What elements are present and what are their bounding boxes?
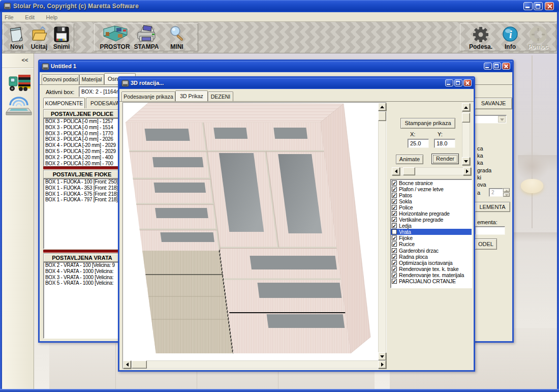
list-item[interactable]: BOX 5 - VRATA - 1000 [Velicina:: [44, 280, 120, 286]
checkbox[interactable]: ✓: [392, 180, 397, 186]
rotation-hscrollbar[interactable]: [392, 167, 471, 175]
tab-3d-prikaz[interactable]: 3D Prikaz: [175, 91, 208, 101]
option-row[interactable]: ✓Horizontalne pregrade: [391, 210, 472, 217]
menu-edit[interactable]: Edit: [20, 13, 39, 20]
checkbox[interactable]: ✓: [392, 279, 397, 284]
spinner-buttons[interactable]: [503, 188, 510, 197]
stampa-button[interactable]: STAMPA: [132, 25, 161, 51]
checkbox[interactable]: ✓: [392, 205, 397, 210]
list-item[interactable]: BOX 1 - FIJOKA - 575 [Front: 218]: [44, 191, 120, 197]
model-button[interactable]: ODEL: [475, 238, 497, 250]
animate-button[interactable]: Animate: [396, 155, 423, 164]
y-field[interactable]: 18.0: [434, 139, 455, 148]
view-vscrollbar[interactable]: [378, 103, 386, 360]
print-view-button[interactable]: Stampanje prikaza: [400, 118, 455, 129]
list-item[interactable]: BOX 3 - POLICA [-0 mm] - 1770: [44, 131, 120, 137]
list-item[interactable]: BOX 3 - VRATA - 1000 [Velicina:: [44, 275, 120, 281]
option-row[interactable]: ✓PARCIJALNO CRTANJE: [391, 278, 472, 284]
help-button[interactable]: Pomoc: [523, 25, 553, 51]
list-item[interactable]: BOX 3 - POLICA [-0 mm] - 2026: [44, 136, 120, 142]
dlg-minimize-button[interactable]: [445, 79, 453, 86]
list-item[interactable]: BOX 4 - POLICA [-20 mm] - 2029: [44, 142, 120, 148]
option-row[interactable]: ✓Sokla: [391, 198, 472, 204]
minimize-button[interactable]: [523, 2, 533, 10]
render-button[interactable]: Render: [431, 154, 459, 164]
menu-file[interactable]: File: [0, 13, 18, 20]
view-hscrollbar[interactable]: [123, 360, 386, 369]
checkbox[interactable]: ✓: [392, 273, 397, 278]
panel-vscrollbar[interactable]: [462, 103, 470, 165]
sidebar-collapse-button[interactable]: <<: [19, 57, 30, 63]
checkbox[interactable]: [392, 229, 397, 234]
dlg-close-button[interactable]: [463, 79, 472, 86]
doc-maximize-button[interactable]: [493, 63, 501, 70]
settings-button[interactable]: Podesa.: [465, 25, 496, 51]
checkbox[interactable]: ✓: [392, 242, 397, 247]
toolbar-group-tools: PROSTOR STAMPA MINI: [94, 23, 198, 51]
right-combo[interactable]: [474, 115, 507, 124]
option-row[interactable]: ✓Renderovanje tex. materijala: [391, 272, 472, 278]
tab-podesavanje-prikaza[interactable]: Podesavanje prikaza: [121, 92, 175, 101]
option-row[interactable]: ✓Bocne stranice: [391, 180, 472, 186]
3d-viewport[interactable]: [122, 102, 387, 369]
list-item[interactable]: BOX 2 - VRATA - 100 [Velicina: 9: [44, 262, 120, 268]
checkbox[interactable]: ✓: [392, 235, 397, 240]
x-field[interactable]: 25.0: [408, 139, 429, 148]
option-row[interactable]: ✓Fijoke: [391, 235, 472, 241]
info-button[interactable]: i Info: [499, 25, 521, 51]
option-row[interactable]: ✓Plafon / vezne letve: [391, 186, 472, 192]
open-button[interactable]: Ucitaj: [28, 25, 50, 51]
checkbox[interactable]: ✓: [392, 266, 397, 272]
option-row[interactable]: ✓Patos: [391, 192, 472, 198]
dlg-maximize-button[interactable]: [454, 79, 462, 86]
list-item[interactable]: BOX 3 - POLICA [-0 mm] - 1514: [44, 125, 120, 131]
podesavanje-button[interactable]: SAVANJE: [475, 98, 512, 109]
option-row[interactable]: ✓Optimizacija iscrtavanja: [391, 260, 472, 266]
option-row[interactable]: ✓Vertikalne pregrade: [391, 217, 472, 223]
list-item[interactable]: BOX 5 - POLICA [-20 mm] - 2029: [44, 148, 120, 155]
menu-help[interactable]: Help: [42, 13, 63, 20]
option-row[interactable]: ✓Garderobni drzac: [391, 248, 472, 254]
elementa-field[interactable]: [475, 226, 505, 235]
option-row[interactable]: ✓Radna ploca: [391, 254, 472, 260]
option-row[interactable]: ✓Police: [391, 204, 472, 210]
truck-icon[interactable]: [6, 72, 32, 94]
doc-close-button[interactable]: [502, 63, 510, 70]
list-item[interactable]: BOX 2 - POLICA [-20 mm] - 700: [44, 161, 120, 166]
tab-dezeni[interactable]: DEZENI: [208, 92, 233, 101]
dodavanje-elementa-button[interactable]: LEMENTA: [475, 202, 510, 212]
tab-materijal[interactable]: Materijal: [79, 74, 104, 84]
subtab-komponente[interactable]: KOMPONENTE: [43, 98, 85, 108]
checkbox[interactable]: ✓: [392, 254, 397, 259]
tab-osnovni-podaci[interactable]: Osnovni podaci: [42, 74, 79, 84]
red-divider-2: [43, 250, 121, 253]
list-item[interactable]: BOX 1 - FIJOKA - 100 [Front: 250]: [44, 179, 120, 185]
new-button[interactable]: Novi: [6, 25, 28, 51]
list-item[interactable]: BOX 2 - POLICA [-20 mm] - 400: [44, 155, 120, 161]
list-item[interactable]: BOX 1 - FIJOKA - 353 [Front: 218]: [44, 185, 120, 191]
doc-minimize-button[interactable]: [484, 63, 492, 70]
mini-button[interactable]: MINI: [162, 25, 192, 51]
checkbox[interactable]: ✓: [392, 217, 397, 222]
checkbox[interactable]: ✓: [392, 260, 397, 265]
option-row[interactable]: ✓Rucice: [391, 241, 472, 247]
option-row[interactable]: Vrata: [391, 229, 472, 235]
option-row[interactable]: ✓Ledja: [391, 223, 472, 229]
prostor-button[interactable]: PROSTOR: [99, 25, 131, 51]
list-item[interactable]: BOX 3 - POLICA [-0 mm] - 1257: [44, 118, 120, 125]
list-item[interactable]: BOX 4 - VRATA - 1000 [Velicina:: [44, 268, 120, 275]
save-floppy-icon: [52, 25, 71, 44]
spinner-field[interactable]: 2: [489, 188, 503, 197]
list-item[interactable]: BOX 1 - FIJOKA - 797 [Front: 218]: [44, 197, 120, 203]
checkbox[interactable]: ✓: [392, 199, 397, 204]
checkbox[interactable]: ✓: [392, 187, 397, 192]
close-button[interactable]: [545, 2, 554, 10]
checkbox[interactable]: ✓: [392, 223, 397, 228]
option-row[interactable]: ✓Renderovanje tex. k. trake: [391, 266, 472, 272]
save-button[interactable]: Snimi: [50, 25, 73, 51]
checkbox[interactable]: ✓: [392, 193, 397, 198]
maximize-button[interactable]: [534, 2, 543, 10]
checkbox[interactable]: ✓: [392, 248, 397, 253]
checkbox[interactable]: ✓: [392, 211, 397, 216]
scanner-icon[interactable]: [5, 95, 33, 116]
